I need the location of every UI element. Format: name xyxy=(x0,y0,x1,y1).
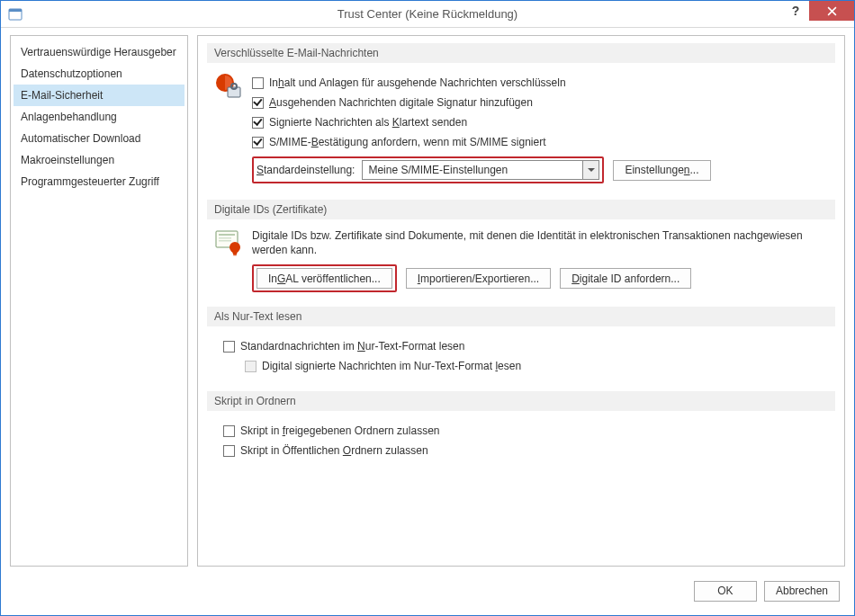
section-header-plaintext: Als Nur-Text lesen xyxy=(207,307,835,326)
checkbox-script-public[interactable] xyxy=(223,445,235,457)
dialog-body: Vertrauenswürdige Herausgeber Datenschut… xyxy=(1,28,854,576)
certificate-icon xyxy=(214,228,243,292)
digital-ids-description: Digitale IDs bzw. Zertifikate sind Dokum… xyxy=(252,228,828,257)
sidebar-item-macros[interactable]: Makroeinstellungen xyxy=(14,149,184,171)
svg-point-9 xyxy=(230,242,240,253)
sidebar-item-privacy[interactable]: Datenschutzoptionen xyxy=(14,63,184,85)
checkbox-smime-confirm[interactable] xyxy=(252,137,264,148)
checkbox-script-shared[interactable] xyxy=(223,425,235,437)
checkbox-plaintext-signed xyxy=(245,361,256,372)
import-export-button[interactable]: Importieren/Exportieren... xyxy=(406,268,551,289)
label-cleartext: Signierte Nachrichten als Klartext sende… xyxy=(269,116,467,129)
ok-button[interactable]: OK xyxy=(694,581,757,602)
section-encrypted: Inhalt und Anlagen für ausgehende Nachri… xyxy=(207,63,835,200)
sidebar: Vertrauenswürdige Herausgeber Datenschut… xyxy=(10,35,188,567)
request-digital-id-button[interactable]: Digitale ID anfordern... xyxy=(560,268,691,289)
sidebar-item-attachments[interactable]: Anlagenbehandlung xyxy=(14,106,184,128)
section-header-digital-ids: Digitale IDs (Zertifikate) xyxy=(207,200,835,219)
window-title: Trust Center (Keine Rückmeldung) xyxy=(1,7,854,21)
titlebar: Trust Center (Keine Rückmeldung) ? xyxy=(1,1,854,28)
window-controls: ? xyxy=(782,1,854,21)
settings-button[interactable]: Einstellungen... xyxy=(613,160,710,181)
content-pane: Verschlüsselte E-Mail-Nachrichten Inhalt… xyxy=(197,35,845,567)
sidebar-item-email-security[interactable]: E-Mail-Sicherheit xyxy=(14,85,184,106)
chevron-down-icon[interactable] xyxy=(582,161,598,179)
section-plaintext: Standardnachrichten im Nur-Text-Format l… xyxy=(207,326,835,391)
checkbox-plaintext-default[interactable] xyxy=(223,341,235,353)
svg-rect-6 xyxy=(219,234,235,236)
svg-rect-7 xyxy=(219,237,231,239)
highlight-default-setting: Standardeinstellung: Meine S/MIME-Einste… xyxy=(252,156,604,183)
combo-default-setting[interactable]: Meine S/MIME-Einstellungen xyxy=(362,160,599,180)
svg-rect-8 xyxy=(219,240,231,242)
trust-center-window: Trust Center (Keine Rückmeldung) ? Vertr… xyxy=(0,0,855,616)
label-smime-confirm: S/MIME-Bestätigung anfordern, wenn mit S… xyxy=(269,136,545,148)
label-default-setting: Standardeinstellung: xyxy=(256,164,355,176)
section-header-scripts: Skript in Ordnern xyxy=(207,391,835,411)
checkbox-cleartext[interactable] xyxy=(252,117,264,129)
sidebar-item-trusted-publishers[interactable]: Vertrauenswürdige Herausgeber xyxy=(14,41,184,63)
dialog-footer: OK Abbrechen xyxy=(1,576,854,615)
checkbox-encrypt-content[interactable] xyxy=(252,77,264,89)
label-plaintext-signed: Digital signierte Nachrichten im Nur-Tex… xyxy=(262,360,521,372)
publish-gal-button[interactable]: In GAL veröffentlichen... xyxy=(256,268,392,289)
sidebar-item-programmatic-access[interactable]: Programmgesteuerter Zugriff xyxy=(14,171,184,192)
label-add-signature: Ausgehenden Nachrichten digitale Signatu… xyxy=(269,96,533,109)
section-digital-ids: Digitale IDs bzw. Zertifikate sind Dokum… xyxy=(207,219,835,307)
label-plaintext-default: Standardnachrichten im Nur-Text-Format l… xyxy=(240,340,464,353)
svg-rect-4 xyxy=(231,84,237,89)
close-button[interactable] xyxy=(809,1,854,21)
label-script-shared: Skript in freigegebenen Ordnern zulassen xyxy=(240,424,439,437)
help-button[interactable]: ? xyxy=(782,1,809,21)
encrypted-mail-icon xyxy=(214,72,243,185)
sidebar-item-auto-download[interactable]: Automatischer Download xyxy=(14,128,184,149)
section-scripts: Skript in freigegebenen Ordnern zulassen… xyxy=(207,411,835,476)
checkbox-add-signature[interactable] xyxy=(252,97,264,109)
combo-value: Meine S/MIME-Einstellungen xyxy=(363,164,582,176)
section-header-encrypted: Verschlüsselte E-Mail-Nachrichten xyxy=(207,43,835,63)
label-encrypt-content: Inhalt und Anlagen für ausgehende Nachri… xyxy=(269,76,566,89)
label-script-public: Skript in Öffentlichen Ordnern zulassen xyxy=(240,444,428,457)
highlight-gal-button: In GAL veröffentlichen... xyxy=(252,264,397,292)
cancel-button[interactable]: Abbrechen xyxy=(764,581,840,602)
